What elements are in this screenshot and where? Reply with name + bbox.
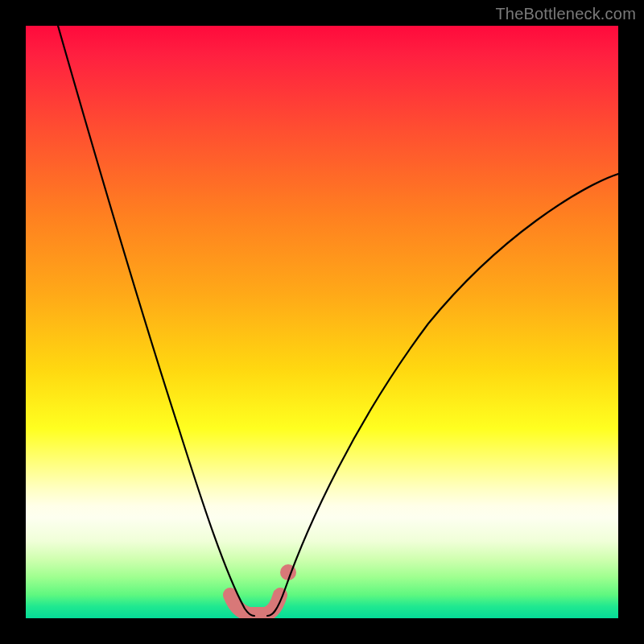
curve-right (267, 174, 618, 616)
curve-left (58, 26, 254, 616)
chart-svg (26, 26, 618, 618)
watermark-text: TheBottleneck.com (495, 5, 636, 23)
valley-highlight-stroke (230, 595, 280, 614)
